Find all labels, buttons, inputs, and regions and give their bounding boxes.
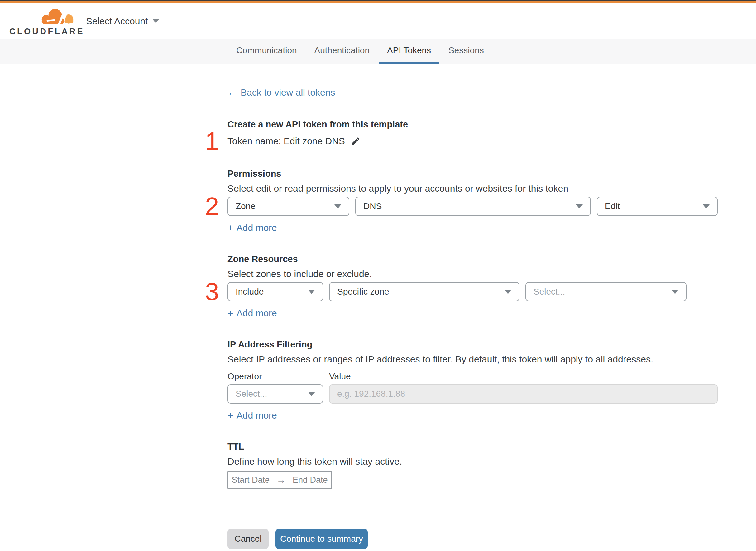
zone-name-select[interactable]: Select...	[525, 282, 687, 302]
profile-tabbar: Communication Authentication API Tokens …	[0, 39, 756, 64]
cancel-button[interactable]: Cancel	[227, 529, 269, 549]
tab-sessions[interactable]: Sessions	[440, 39, 492, 64]
permission-resource-select[interactable]: DNS	[355, 197, 591, 216]
zone-resources-description: Select zones to include or exclude.	[227, 269, 718, 279]
ip-filtering-title: IP Address Filtering	[227, 339, 718, 350]
page-title: Create a new API token from this templat…	[227, 119, 718, 130]
chevron-down-icon	[308, 392, 315, 396]
ip-filtering-row: Select...	[227, 384, 718, 404]
zone-operator-select[interactable]: Include	[227, 282, 323, 302]
continue-to-summary-button[interactable]: Continue to summary	[275, 529, 368, 549]
chevron-down-icon	[505, 290, 511, 294]
plus-icon: +	[227, 222, 233, 233]
token-name-line: 1 Token name: Edit zone DNS	[227, 134, 718, 148]
back-arrow-icon: ←	[227, 87, 237, 98]
end-date-label: End Date	[292, 475, 328, 485]
permissions-row: 2 Zone DNS Edit	[227, 197, 718, 216]
app-header: CLOUDFLARE Select Account	[0, 3, 756, 39]
ttl-date-range-picker[interactable]: Start Date → End Date	[227, 471, 332, 489]
plus-icon: +	[227, 308, 233, 319]
zone-resources-title: Zone Resources	[227, 253, 718, 264]
footer-divider	[227, 523, 718, 523]
zone-type-select[interactable]: Specific zone	[329, 282, 520, 302]
value-label: Value	[329, 371, 351, 382]
token-name-text: Token name: Edit zone DNS	[227, 136, 345, 146]
edit-pencil-icon[interactable]	[350, 136, 360, 146]
tab-communication[interactable]: Communication	[228, 39, 305, 64]
chevron-down-icon	[672, 290, 678, 294]
step-annotation-2: 2	[205, 194, 219, 219]
back-link-label: Back to view all tokens	[240, 87, 335, 98]
brand-wordmark: CLOUDFLARE	[9, 27, 76, 36]
permissions-title: Permissions	[227, 168, 718, 179]
zone-resources-row: 3 Include Specific zone Select...	[227, 282, 718, 302]
ttl-description: Define how long this token will stay act…	[227, 457, 718, 467]
chevron-down-icon	[703, 204, 710, 208]
step-annotation-1: 1	[205, 129, 219, 154]
ip-filtering-description: Select IP addresses or ranges of IP addr…	[227, 354, 718, 364]
permission-access-select[interactable]: Edit	[597, 197, 718, 216]
ip-filtering-labels: Operator Value	[227, 371, 718, 382]
chevron-down-icon	[334, 204, 341, 208]
back-to-tokens-link[interactable]: ← Back to view all tokens	[227, 87, 335, 98]
arrow-right-icon: →	[276, 475, 286, 485]
plus-icon: +	[227, 410, 233, 421]
permissions-description: Select edit or read permissions to apply…	[227, 183, 718, 193]
footer-actions: Cancel Continue to summary	[227, 529, 718, 549]
account-selector[interactable]: Select Account	[86, 3, 159, 39]
start-date-label: Start Date	[231, 475, 269, 485]
permission-scope-select[interactable]: Zone	[227, 197, 349, 216]
ttl-title: TTL	[227, 441, 718, 452]
tab-authentication[interactable]: Authentication	[306, 39, 378, 64]
zone-resources-add-more-link[interactable]: + Add more	[227, 308, 277, 319]
step-annotation-3: 3	[205, 279, 219, 304]
ip-value-input[interactable]	[329, 384, 718, 404]
account-selector-label: Select Account	[86, 16, 148, 26]
ip-operator-select[interactable]: Select...	[227, 384, 323, 404]
tab-api-tokens[interactable]: API Tokens	[379, 39, 439, 64]
chevron-down-icon	[576, 204, 583, 208]
operator-label: Operator	[227, 371, 329, 382]
main-content: ← Back to view all tokens Create a new A…	[0, 64, 718, 549]
ip-filtering-add-more-link[interactable]: + Add more	[227, 410, 277, 421]
cloudflare-cloud-icon	[36, 7, 76, 26]
permissions-add-more-link[interactable]: + Add more	[227, 222, 277, 233]
chevron-down-icon	[153, 19, 159, 23]
brand-top-bar	[0, 1, 756, 3]
cloudflare-logo[interactable]: CLOUDFLARE	[9, 7, 76, 36]
chevron-down-icon	[308, 290, 315, 294]
